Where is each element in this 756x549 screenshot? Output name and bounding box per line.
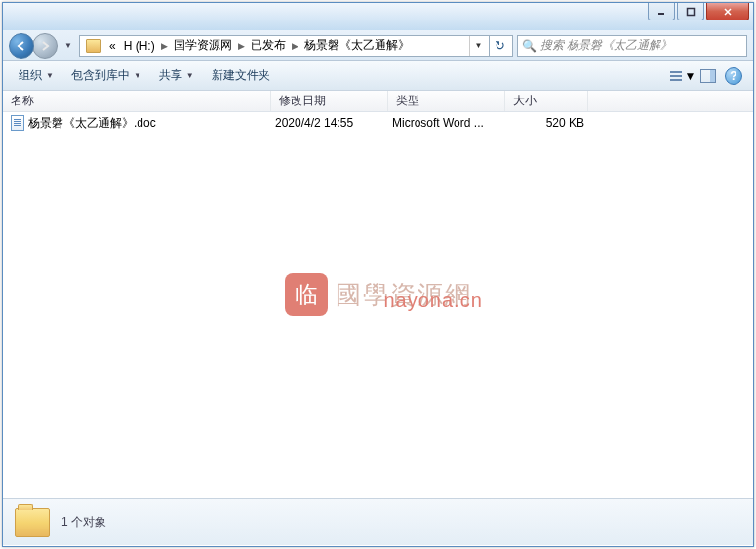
file-type-cell: Microsoft Word ... — [388, 116, 505, 130]
library-menu[interactable]: 包含到库中 ▼ — [63, 65, 149, 86]
search-input[interactable]: 🔍 搜索 杨景磐《太乙通解》 — [517, 35, 747, 57]
explorer-window: ▼ « H (H:) ▶ 国学资源网 ▶ 已发布 ▶ 杨景磐《太乙通解》 ▼ ↻… — [2, 2, 754, 547]
content-area: 名称 修改日期 类型 大小 杨景磐《太乙通解》.doc 2020/4/2 14:… — [3, 91, 753, 498]
column-size[interactable]: 大小 — [505, 91, 588, 111]
refresh-button[interactable]: ↻ — [489, 36, 510, 56]
organize-menu[interactable]: 组织 ▼ — [11, 65, 61, 86]
chevron-right-icon[interactable]: ▶ — [236, 41, 247, 51]
file-row[interactable]: 杨景磐《太乙通解》.doc 2020/4/2 14:55 Microsoft W… — [3, 112, 753, 134]
toolbar: 组织 ▼ 包含到库中 ▼ 共享 ▼ 新建文件夹 ▼ ? — [3, 61, 753, 91]
history-dropdown[interactable]: ▼ — [61, 36, 75, 56]
chevron-down-icon: ▼ — [685, 69, 696, 83]
watermark: 临 國學資源網 nayona.cn — [285, 273, 472, 316]
forward-button[interactable] — [32, 33, 58, 59]
breadcrumb-prefix[interactable]: « — [105, 39, 120, 53]
chevron-down-icon: ▼ — [134, 71, 141, 80]
svg-rect-5 — [710, 70, 715, 82]
new-folder-button[interactable]: 新建文件夹 — [204, 65, 278, 86]
folder-icon — [86, 39, 101, 53]
file-size-cell: 520 KB — [505, 116, 588, 130]
column-name[interactable]: 名称 — [3, 91, 271, 111]
back-button[interactable] — [9, 33, 34, 59]
window-controls — [648, 3, 749, 20]
chevron-right-icon[interactable]: ▶ — [290, 41, 300, 51]
chevron-right-icon[interactable]: ▶ — [159, 41, 170, 51]
address-bar[interactable]: « H (H:) ▶ 国学资源网 ▶ 已发布 ▶ 杨景磐《太乙通解》 ▼ ↻ — [79, 35, 513, 57]
list-icon — [670, 71, 682, 81]
breadcrumb-item[interactable]: H (H:) — [120, 39, 159, 53]
search-placeholder: 搜索 杨景磐《太乙通解》 — [540, 37, 742, 54]
file-name-cell: 杨景磐《太乙通解》.doc — [7, 115, 271, 132]
column-headers: 名称 修改日期 类型 大小 — [3, 91, 753, 112]
breadcrumb-item[interactable]: 杨景磐《太乙通解》 — [300, 37, 414, 54]
help-button[interactable]: ? — [722, 64, 745, 88]
status-bar: 1 个对象 — [3, 498, 753, 545]
column-date[interactable]: 修改日期 — [271, 91, 388, 111]
watermark-badge: 临 — [285, 273, 328, 316]
file-name: 杨景磐《太乙通解》.doc — [28, 115, 156, 132]
titlebar — [3, 3, 753, 30]
doc-icon — [11, 115, 24, 131]
svg-rect-1 — [688, 8, 695, 15]
help-icon: ? — [725, 67, 742, 85]
watermark-text: 國學資源網 — [336, 278, 472, 312]
chevron-down-icon: ▼ — [46, 71, 54, 80]
close-button[interactable] — [706, 3, 749, 20]
chevron-down-icon: ▼ — [186, 71, 194, 80]
navbar: ▼ « H (H:) ▶ 国学资源网 ▶ 已发布 ▶ 杨景磐《太乙通解》 ▼ ↻… — [3, 30, 753, 61]
watermark-url: nayona.cn — [384, 290, 483, 312]
nav-buttons: ▼ — [9, 33, 75, 59]
minimize-button[interactable] — [648, 3, 675, 20]
status-text: 1 个对象 — [61, 514, 106, 530]
view-options-button[interactable]: ▼ — [671, 64, 695, 88]
breadcrumb-item[interactable]: 国学资源网 — [170, 37, 236, 54]
share-menu[interactable]: 共享 ▼ — [151, 65, 202, 86]
column-type[interactable]: 类型 — [388, 91, 505, 111]
panel-icon — [700, 69, 716, 83]
breadcrumb-item[interactable]: 已发布 — [247, 37, 290, 54]
address-dropdown[interactable]: ▼ — [469, 36, 487, 56]
folder-icon — [15, 508, 50, 537]
maximize-button[interactable] — [677, 3, 704, 20]
search-icon: 🔍 — [522, 39, 537, 53]
file-date-cell: 2020/4/2 14:55 — [271, 116, 388, 130]
preview-pane-button[interactable] — [696, 64, 720, 88]
